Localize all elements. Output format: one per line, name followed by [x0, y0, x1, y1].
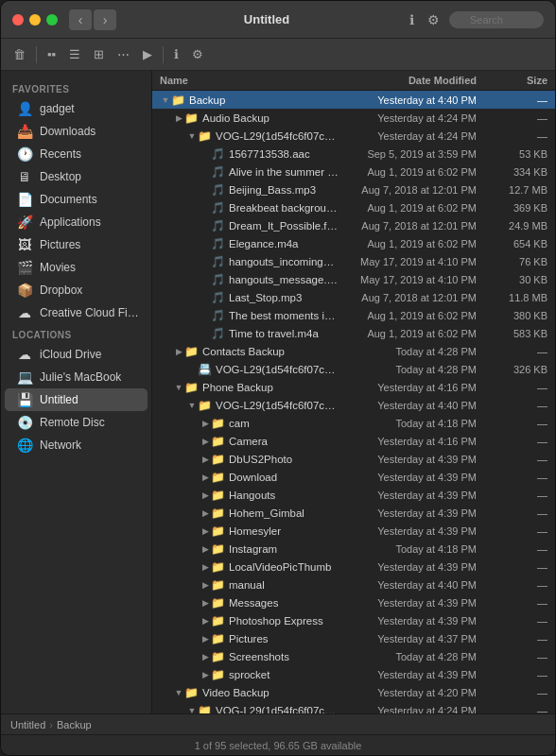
close-button[interactable]: [12, 14, 24, 26]
expand-arrow[interactable]: ▼: [186, 401, 198, 410]
file-date: Aug 1, 2019 at 6:02 PM: [339, 310, 486, 321]
table-row[interactable]: ▶ 📁 Hohem_Gimbal Yesterday at 4:39 PM —: [152, 504, 555, 522]
expand-arrow[interactable]: ▶: [200, 670, 211, 679]
expand-arrow[interactable]: ▶: [200, 526, 211, 536]
expand-arrow[interactable]: ▶: [200, 616, 211, 626]
table-row[interactable]: 🎵 hangouts_message.ogg May 17, 2019 at 4…: [152, 270, 555, 288]
table-row[interactable]: ▼ 📁 Video Backup Yesterday at 4:20 PM —: [152, 683, 555, 701]
sidebar-item-movies[interactable]: 🎬 Movies: [5, 256, 148, 279]
table-row[interactable]: ▶ 📁 manual Yesterday at 4:40 PM —: [152, 576, 555, 593]
sidebar-item-downloads[interactable]: 📥 Downloads: [5, 120, 148, 143]
table-row[interactable]: ▼ 📁 VOG-L29(1d54fc6f07c3536f) Yesterday …: [152, 396, 555, 414]
table-row[interactable]: 📇 VOG-L29(1d54fc6f07c3536f).vcf Today at…: [152, 360, 555, 378]
table-row[interactable]: ▶ 📁 Messages Yesterday at 4:39 PM —: [152, 593, 555, 611]
expand-arrow[interactable]: ▶: [200, 634, 211, 644]
delete-button[interactable]: 🗑: [9, 44, 30, 64]
table-row[interactable]: ▼ 📁 Backup Yesterday at 4:40 PM —: [152, 91, 555, 109]
sidebar-item-untitled[interactable]: 💾 Untitled: [5, 388, 148, 411]
table-row[interactable]: ▶ 📁 DbUS2Photo Yesterday at 4:39 PM —: [152, 450, 555, 468]
forward-button[interactable]: ›: [94, 9, 116, 30]
sidebar-item-dropbox[interactable]: 📦 Dropbox: [5, 279, 148, 301]
table-row[interactable]: 🎵 1567713538.aac Sep 5, 2019 at 3:59 PM …: [152, 145, 555, 163]
sidebar-item-desktop[interactable]: 🖥 Desktop: [5, 165, 148, 188]
view-gallery-btn[interactable]: ⋯: [113, 44, 134, 64]
expand-arrow[interactable]: ▶: [173, 113, 184, 123]
file-size: —: [486, 669, 547, 680]
sidebar-item-macbook[interactable]: 💻 Julie's MacBook: [5, 366, 148, 388]
table-row[interactable]: ▼ 📁 Phone Backup Yesterday at 4:16 PM —: [152, 378, 555, 396]
sidebar-item-icloud[interactable]: ☁ iCloud Drive: [5, 343, 148, 366]
view-columns-btn[interactable]: ⊞: [89, 44, 109, 64]
sidebar-item-recents[interactable]: 🕐 Recents: [5, 143, 148, 165]
action-icon[interactable]: ⚙: [424, 10, 443, 29]
table-row[interactable]: 🎵 Beijing_Bass.mp3 Aug 7, 2018 at 12:01 …: [152, 180, 555, 198]
table-row[interactable]: ▼ 📁 VOG-L29(1d54fc6f07c3536f) Yesterday …: [152, 701, 555, 713]
expand-arrow[interactable]: ▼: [173, 688, 184, 697]
file-name: Last_Stop.mp3: [229, 292, 339, 303]
expand-arrow[interactable]: ▶: [200, 652, 211, 662]
table-row[interactable]: ▶ 📁 sprocket Yesterday at 4:39 PM —: [152, 665, 555, 683]
info-icon[interactable]: ℹ: [406, 10, 418, 29]
sidebar-item-applications[interactable]: 🚀 Applications: [5, 211, 148, 233]
minimize-button[interactable]: [29, 14, 41, 26]
table-row[interactable]: ▶ 📁 Instagram Today at 4:18 PM —: [152, 540, 555, 558]
sidebar-item-pictures[interactable]: 🖼 Pictures: [5, 233, 148, 256]
table-row[interactable]: 🎵 The best moments in life.m4a Aug 1, 20…: [152, 306, 555, 324]
expand-arrow[interactable]: ▶: [200, 580, 211, 590]
table-row[interactable]: ▶ 📁 Screenshots Today at 4:28 PM —: [152, 647, 555, 665]
expand-arrow[interactable]: ▶: [200, 437, 211, 446]
table-row[interactable]: 🎵 Time to travel.m4a Aug 1, 2019 at 6:02…: [152, 324, 555, 342]
expand-arrow[interactable]: ▶: [200, 455, 211, 464]
expand-arrow[interactable]: ▶: [200, 490, 211, 500]
maximize-button[interactable]: [46, 14, 58, 26]
table-row[interactable]: ▶ 📁 Homesyler Yesterday at 4:39 PM —: [152, 522, 555, 540]
table-row[interactable]: ▶ 📁 Photoshop Express Yesterday at 4:39 …: [152, 611, 555, 629]
search-input[interactable]: [449, 11, 544, 28]
sidebar-item-remote[interactable]: 💿 Remote Disc: [5, 411, 148, 434]
table-row[interactable]: ▶ 📁 Camera Yesterday at 4:16 PM —: [152, 432, 555, 450]
table-row[interactable]: ▶ 📁 cam Today at 4:18 PM —: [152, 414, 555, 432]
table-row[interactable]: 🎵 hangouts_incoming_call.ogg May 17, 201…: [152, 252, 555, 270]
expand-arrow[interactable]: ▶: [200, 598, 211, 608]
expand-arrow[interactable]: ▶: [173, 347, 184, 356]
back-button[interactable]: ‹: [69, 9, 92, 30]
table-row[interactable]: 🎵 Breakbeat background.m4a Aug 1, 2019 a…: [152, 198, 555, 216]
expand-arrow[interactable]: ▶: [200, 562, 211, 572]
sidebar-item-network[interactable]: 🌐 Network: [5, 434, 148, 456]
expand-arrow[interactable]: ▶: [200, 508, 211, 518]
expand-arrow[interactable]: ▶: [200, 472, 211, 482]
sidebar-item-creative-cloud[interactable]: ☁ Creative Cloud Files: [5, 301, 148, 324]
expand-arrow[interactable]: ▼: [186, 131, 198, 141]
file-date: May 17, 2019 at 4:10 PM: [339, 274, 486, 285]
expand-arrow[interactable]: ▼: [173, 383, 184, 392]
table-row[interactable]: ▶ 📁 Pictures Yesterday at 4:37 PM —: [152, 629, 555, 647]
sidebar-item-documents[interactable]: 📄 Documents: [5, 188, 148, 211]
view-list-btn[interactable]: ☰: [64, 44, 85, 64]
table-row[interactable]: ▶ 📁 Hangouts Yesterday at 4:39 PM —: [152, 486, 555, 504]
table-row[interactable]: 🎵 Alive in the summer time.m4a Aug 1, 20…: [152, 163, 555, 180]
table-row[interactable]: ▶ 📁 Contacts Backup Today at 4:28 PM —: [152, 342, 555, 360]
table-row[interactable]: ▶ 📁 LocalVideoPicThumb Yesterday at 4:39…: [152, 558, 555, 576]
table-row[interactable]: ▼ 📁 VOG-L29(1d54fc6f07c3536f) Yesterday …: [152, 127, 555, 145]
sidebar-icon-documents: 📄: [16, 192, 33, 207]
expand-arrow[interactable]: ▶: [200, 544, 211, 554]
breadcrumb-untitled[interactable]: Untitled: [10, 719, 45, 730]
file-size: —: [486, 687, 547, 698]
file-icon: 🎵: [211, 183, 225, 197]
sidebar-icon-macbook: 💻: [16, 369, 33, 385]
table-row[interactable]: 🎵 Dream_It_Possible.flac Aug 7, 2018 at …: [152, 216, 555, 234]
info-btn[interactable]: ℹ: [169, 44, 183, 64]
expand-arrow[interactable]: ▼: [160, 95, 171, 105]
settings-btn[interactable]: ⚙: [187, 44, 208, 64]
expand-arrow[interactable]: ▶: [200, 419, 211, 428]
table-row[interactable]: 🎵 Last_Stop.mp3 Aug 7, 2018 at 12:01 PM …: [152, 288, 555, 306]
file-name: Beijing_Bass.mp3: [229, 184, 339, 196]
table-row[interactable]: 🎵 Elegance.m4a Aug 1, 2019 at 6:02 PM 65…: [152, 234, 555, 252]
table-row[interactable]: ▶ 📁 Download Yesterday at 4:39 PM —: [152, 468, 555, 486]
view-icon-btn[interactable]: ▪▪: [43, 44, 61, 64]
view-extra-btn[interactable]: ▶: [138, 44, 157, 64]
sidebar-item-gadget[interactable]: 👤 gadget: [5, 97, 148, 120]
breadcrumb-backup[interactable]: Backup: [57, 719, 92, 730]
table-row[interactable]: ▶ 📁 Audio Backup Yesterday at 4:24 PM —: [152, 109, 555, 127]
expand-arrow[interactable]: ▼: [186, 706, 198, 714]
